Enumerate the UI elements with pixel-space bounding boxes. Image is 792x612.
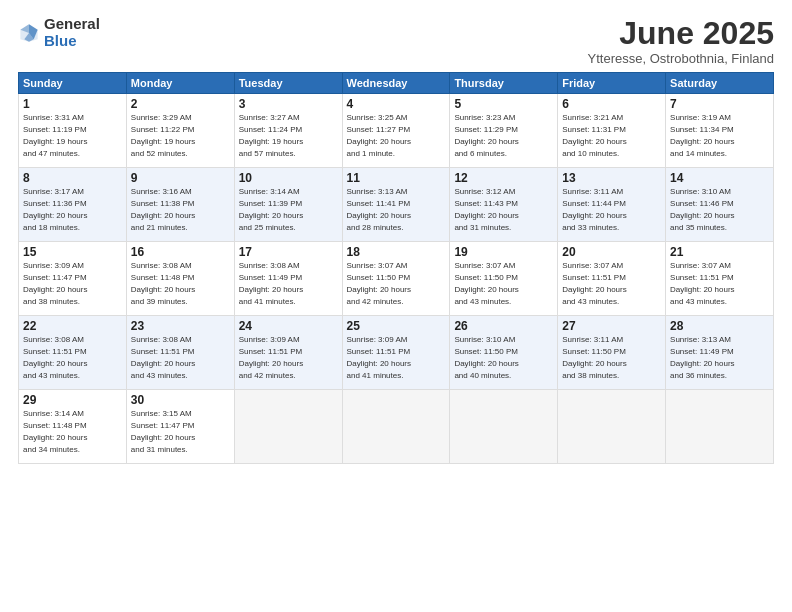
day-number: 11: [347, 171, 446, 185]
header-row: General Blue June 2025 Ytteresse, Ostrob…: [18, 16, 774, 66]
day-number: 4: [347, 97, 446, 111]
calendar-subtitle: Ytteresse, Ostrobothnia, Finland: [588, 51, 774, 66]
day-number: 5: [454, 97, 553, 111]
day-number: 24: [239, 319, 338, 333]
day-number: 20: [562, 245, 661, 259]
calendar-cell: 11Sunrise: 3:13 AMSunset: 11:41 PMDaylig…: [342, 168, 450, 242]
day-number: 28: [670, 319, 769, 333]
day-number: 16: [131, 245, 230, 259]
header-sunday: Sunday: [19, 73, 127, 94]
header-wednesday: Wednesday: [342, 73, 450, 94]
day-number: 1: [23, 97, 122, 111]
calendar-page: General Blue June 2025 Ytteresse, Ostrob…: [0, 0, 792, 612]
calendar-cell: [342, 390, 450, 464]
day-info: Sunrise: 3:15 AMSunset: 11:47 PMDaylight…: [131, 409, 195, 453]
calendar-cell: 7Sunrise: 3:19 AMSunset: 11:34 PMDayligh…: [666, 94, 774, 168]
calendar-cell: 23Sunrise: 3:08 AMSunset: 11:51 PMDaylig…: [126, 316, 234, 390]
calendar-week-row: 1Sunrise: 3:31 AMSunset: 11:19 PMDayligh…: [19, 94, 774, 168]
calendar-cell: 27Sunrise: 3:11 AMSunset: 11:50 PMDaylig…: [558, 316, 666, 390]
day-number: 23: [131, 319, 230, 333]
calendar-cell: 15Sunrise: 3:09 AMSunset: 11:47 PMDaylig…: [19, 242, 127, 316]
calendar-cell: 16Sunrise: 3:08 AMSunset: 11:48 PMDaylig…: [126, 242, 234, 316]
day-info: Sunrise: 3:12 AMSunset: 11:43 PMDaylight…: [454, 187, 518, 231]
logo-icon: [18, 22, 40, 44]
calendar-week-row: 29Sunrise: 3:14 AMSunset: 11:48 PMDaylig…: [19, 390, 774, 464]
day-info: Sunrise: 3:07 AMSunset: 11:50 PMDaylight…: [454, 261, 518, 305]
calendar-cell: 13Sunrise: 3:11 AMSunset: 11:44 PMDaylig…: [558, 168, 666, 242]
day-number: 7: [670, 97, 769, 111]
calendar-cell: 12Sunrise: 3:12 AMSunset: 11:43 PMDaylig…: [450, 168, 558, 242]
header-saturday: Saturday: [666, 73, 774, 94]
calendar-body: 1Sunrise: 3:31 AMSunset: 11:19 PMDayligh…: [19, 94, 774, 464]
calendar-cell: [666, 390, 774, 464]
day-info: Sunrise: 3:07 AMSunset: 11:51 PMDaylight…: [670, 261, 734, 305]
day-number: 13: [562, 171, 661, 185]
header-tuesday: Tuesday: [234, 73, 342, 94]
day-info: Sunrise: 3:14 AMSunset: 11:48 PMDaylight…: [23, 409, 87, 453]
calendar-cell: 20Sunrise: 3:07 AMSunset: 11:51 PMDaylig…: [558, 242, 666, 316]
day-number: 15: [23, 245, 122, 259]
day-number: 19: [454, 245, 553, 259]
day-number: 3: [239, 97, 338, 111]
day-number: 9: [131, 171, 230, 185]
day-number: 29: [23, 393, 122, 407]
day-info: Sunrise: 3:10 AMSunset: 11:50 PMDaylight…: [454, 335, 518, 379]
day-number: 6: [562, 97, 661, 111]
header-monday: Monday: [126, 73, 234, 94]
day-info: Sunrise: 3:27 AMSunset: 11:24 PMDaylight…: [239, 113, 303, 157]
calendar-cell: 14Sunrise: 3:10 AMSunset: 11:46 PMDaylig…: [666, 168, 774, 242]
day-info: Sunrise: 3:13 AMSunset: 11:49 PMDaylight…: [670, 335, 734, 379]
calendar-cell: 25Sunrise: 3:09 AMSunset: 11:51 PMDaylig…: [342, 316, 450, 390]
calendar-cell: 26Sunrise: 3:10 AMSunset: 11:50 PMDaylig…: [450, 316, 558, 390]
logo-blue-label: Blue: [44, 33, 100, 50]
day-info: Sunrise: 3:14 AMSunset: 11:39 PMDaylight…: [239, 187, 303, 231]
day-info: Sunrise: 3:21 AMSunset: 11:31 PMDaylight…: [562, 113, 626, 157]
calendar-cell: 9Sunrise: 3:16 AMSunset: 11:38 PMDayligh…: [126, 168, 234, 242]
day-info: Sunrise: 3:09 AMSunset: 11:51 PMDaylight…: [239, 335, 303, 379]
calendar-cell: 5Sunrise: 3:23 AMSunset: 11:29 PMDayligh…: [450, 94, 558, 168]
day-number: 27: [562, 319, 661, 333]
day-number: 2: [131, 97, 230, 111]
logo: General Blue: [18, 16, 100, 49]
day-number: 14: [670, 171, 769, 185]
calendar-cell: 28Sunrise: 3:13 AMSunset: 11:49 PMDaylig…: [666, 316, 774, 390]
day-info: Sunrise: 3:11 AMSunset: 11:50 PMDaylight…: [562, 335, 626, 379]
calendar-title: June 2025: [588, 16, 774, 51]
day-number: 22: [23, 319, 122, 333]
day-info: Sunrise: 3:08 AMSunset: 11:49 PMDaylight…: [239, 261, 303, 305]
calendar-cell: [450, 390, 558, 464]
day-number: 25: [347, 319, 446, 333]
calendar-week-row: 8Sunrise: 3:17 AMSunset: 11:36 PMDayligh…: [19, 168, 774, 242]
day-number: 8: [23, 171, 122, 185]
calendar-cell: [558, 390, 666, 464]
day-info: Sunrise: 3:08 AMSunset: 11:51 PMDaylight…: [23, 335, 87, 379]
calendar-header: Sunday Monday Tuesday Wednesday Thursday…: [19, 73, 774, 94]
calendar-cell: 17Sunrise: 3:08 AMSunset: 11:49 PMDaylig…: [234, 242, 342, 316]
day-number: 30: [131, 393, 230, 407]
calendar-cell: 1Sunrise: 3:31 AMSunset: 11:19 PMDayligh…: [19, 94, 127, 168]
calendar-cell: 22Sunrise: 3:08 AMSunset: 11:51 PMDaylig…: [19, 316, 127, 390]
calendar-cell: 10Sunrise: 3:14 AMSunset: 11:39 PMDaylig…: [234, 168, 342, 242]
day-info: Sunrise: 3:09 AMSunset: 11:51 PMDaylight…: [347, 335, 411, 379]
calendar-cell: 30Sunrise: 3:15 AMSunset: 11:47 PMDaylig…: [126, 390, 234, 464]
calendar-cell: 2Sunrise: 3:29 AMSunset: 11:22 PMDayligh…: [126, 94, 234, 168]
day-number: 12: [454, 171, 553, 185]
calendar-cell: 24Sunrise: 3:09 AMSunset: 11:51 PMDaylig…: [234, 316, 342, 390]
calendar-cell: 21Sunrise: 3:07 AMSunset: 11:51 PMDaylig…: [666, 242, 774, 316]
calendar-week-row: 22Sunrise: 3:08 AMSunset: 11:51 PMDaylig…: [19, 316, 774, 390]
day-number: 21: [670, 245, 769, 259]
calendar-week-row: 15Sunrise: 3:09 AMSunset: 11:47 PMDaylig…: [19, 242, 774, 316]
day-info: Sunrise: 3:29 AMSunset: 11:22 PMDaylight…: [131, 113, 195, 157]
day-info: Sunrise: 3:17 AMSunset: 11:36 PMDaylight…: [23, 187, 87, 231]
logo-general-label: General: [44, 16, 100, 33]
day-info: Sunrise: 3:13 AMSunset: 11:41 PMDaylight…: [347, 187, 411, 231]
day-info: Sunrise: 3:09 AMSunset: 11:47 PMDaylight…: [23, 261, 87, 305]
logo-text: General Blue: [44, 16, 100, 49]
day-info: Sunrise: 3:25 AMSunset: 11:27 PMDaylight…: [347, 113, 411, 157]
day-info: Sunrise: 3:11 AMSunset: 11:44 PMDaylight…: [562, 187, 626, 231]
header-thursday: Thursday: [450, 73, 558, 94]
day-number: 17: [239, 245, 338, 259]
calendar-cell: 18Sunrise: 3:07 AMSunset: 11:50 PMDaylig…: [342, 242, 450, 316]
day-info: Sunrise: 3:16 AMSunset: 11:38 PMDaylight…: [131, 187, 195, 231]
calendar-cell: 3Sunrise: 3:27 AMSunset: 11:24 PMDayligh…: [234, 94, 342, 168]
